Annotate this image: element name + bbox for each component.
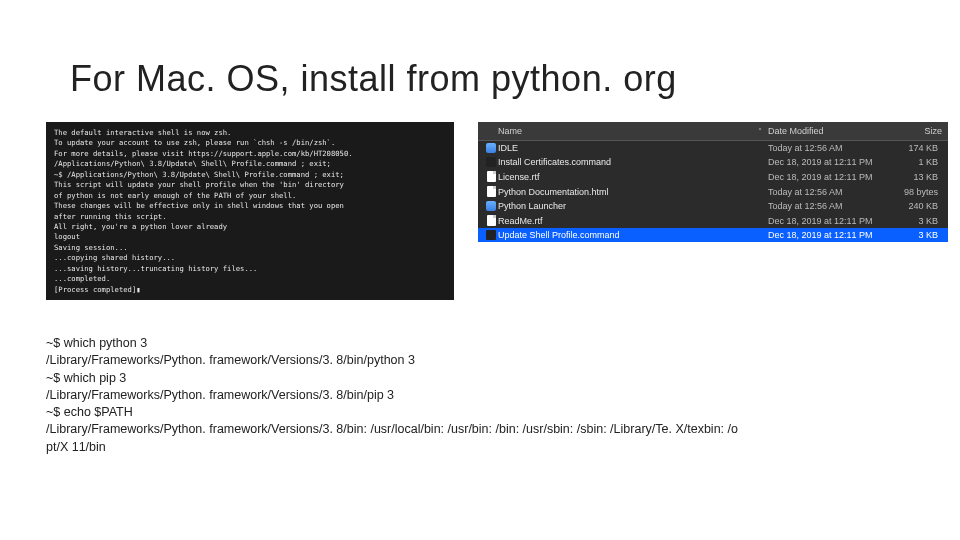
- file-size: 240 KB: [886, 201, 942, 211]
- terminal-line: /Applications/Python\ 3.8/Update\ Shell\…: [54, 159, 446, 169]
- command-line: ~$ which python 3: [46, 335, 916, 352]
- terminal-line: These changes will be effective only in …: [54, 201, 446, 211]
- sort-indicator-icon: ˄: [758, 127, 768, 136]
- doc-icon: [484, 186, 498, 197]
- cmd-icon: [484, 230, 498, 240]
- file-size: 1 KB: [886, 157, 942, 167]
- file-name: Python Launcher: [498, 201, 768, 211]
- app-icon: [484, 201, 498, 211]
- terminal-line: ...completed.: [54, 274, 446, 284]
- finder-row[interactable]: License.rtfDec 18, 2019 at 12:11 PM13 KB: [478, 169, 948, 184]
- command-line: /Library/Frameworks/Python. framework/Ve…: [46, 387, 916, 404]
- finder-screenshot: Name ˄ Date Modified Size IDLEToday at 1…: [478, 122, 948, 242]
- file-date: Dec 18, 2019 at 12:11 PM: [768, 216, 886, 226]
- file-date: Dec 18, 2019 at 12:11 PM: [768, 172, 886, 182]
- file-size: 3 KB: [886, 230, 942, 240]
- file-date: Today at 12:56 AM: [768, 187, 886, 197]
- file-date: Today at 12:56 AM: [768, 201, 886, 211]
- doc-icon: [484, 215, 498, 226]
- terminal-line: after running this script.: [54, 212, 446, 222]
- finder-row[interactable]: Python LauncherToday at 12:56 AM240 KB: [478, 199, 948, 213]
- col-date: Date Modified: [768, 126, 886, 136]
- file-date: Today at 12:56 AM: [768, 143, 886, 153]
- finder-row[interactable]: Install Certificates.commandDec 18, 2019…: [478, 155, 948, 169]
- file-name: ReadMe.rtf: [498, 216, 768, 226]
- terminal-line: To update your account to use zsh, pleas…: [54, 138, 446, 148]
- command-output: ~$ which python 3/Library/Frameworks/Pyt…: [46, 335, 916, 456]
- terminal-line: [Process completed]▮: [54, 285, 446, 295]
- finder-row[interactable]: Python Documentation.htmlToday at 12:56 …: [478, 184, 948, 199]
- terminal-line: ~$ /Applications/Python\ 3.8/Update\ She…: [54, 170, 446, 180]
- col-size: Size: [886, 126, 942, 136]
- file-size: 98 bytes: [886, 187, 942, 197]
- terminal-line: ...saving history...truncating history f…: [54, 264, 446, 274]
- file-size: 13 KB: [886, 172, 942, 182]
- file-date: Dec 18, 2019 at 12:11 PM: [768, 230, 886, 240]
- terminal-line: ...copying shared history...: [54, 253, 446, 263]
- terminal-line: logout: [54, 232, 446, 242]
- file-name: License.rtf: [498, 172, 768, 182]
- command-line: /Library/Frameworks/Python. framework/Ve…: [46, 352, 916, 369]
- finder-row[interactable]: ReadMe.rtfDec 18, 2019 at 12:11 PM3 KB: [478, 213, 948, 228]
- terminal-line: Saving session...: [54, 243, 446, 253]
- file-name: Update Shell Profile.command: [498, 230, 768, 240]
- finder-row[interactable]: IDLEToday at 12:56 AM174 KB: [478, 141, 948, 155]
- command-line: ~$ echo $PATH: [46, 404, 916, 421]
- cmd-icon: [484, 157, 498, 167]
- terminal-screenshot: The default interactive shell is now zsh…: [46, 122, 454, 300]
- terminal-line: This script will update your shell profi…: [54, 180, 446, 190]
- file-size: 174 KB: [886, 143, 942, 153]
- app-icon: [484, 143, 498, 153]
- finder-header: Name ˄ Date Modified Size: [478, 122, 948, 141]
- slide-title: For Mac. OS, install from python. org: [70, 58, 677, 100]
- file-name: IDLE: [498, 143, 768, 153]
- command-line: /Library/Frameworks/Python. framework/Ve…: [46, 421, 916, 438]
- file-name: Python Documentation.html: [498, 187, 768, 197]
- file-size: 3 KB: [886, 216, 942, 226]
- doc-icon: [484, 171, 498, 182]
- file-name: Install Certificates.command: [498, 157, 768, 167]
- file-date: Dec 18, 2019 at 12:11 PM: [768, 157, 886, 167]
- command-line: ~$ which pip 3: [46, 370, 916, 387]
- terminal-line: of python is not early enough of the PAT…: [54, 191, 446, 201]
- command-line: pt/X 11/bin: [46, 439, 916, 456]
- finder-row[interactable]: Update Shell Profile.commandDec 18, 2019…: [478, 228, 948, 242]
- terminal-line: All right, you're a python lover already: [54, 222, 446, 232]
- terminal-line: The default interactive shell is now zsh…: [54, 128, 446, 138]
- terminal-line: For more details, please visit https://s…: [54, 149, 446, 159]
- col-name: Name: [498, 126, 758, 136]
